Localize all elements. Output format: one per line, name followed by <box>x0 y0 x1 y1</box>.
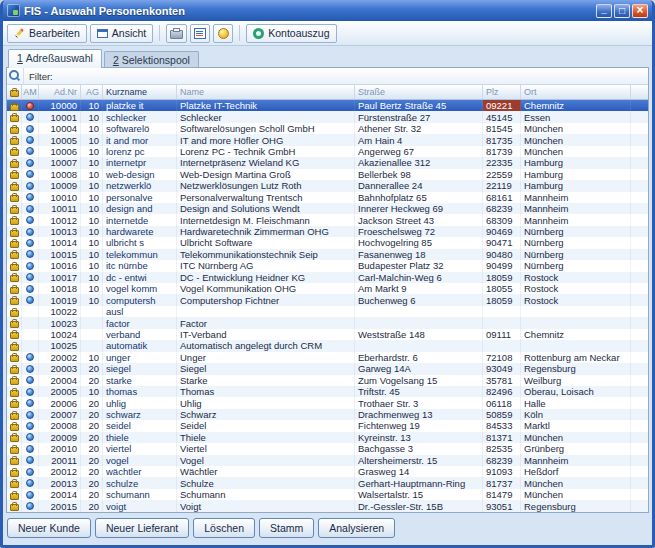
table-row[interactable]: 2000920thieleThieleKyreinstr. 1381371Mün… <box>7 432 648 443</box>
cell-am <box>22 500 39 511</box>
cell-ort: Grünberg <box>521 443 631 454</box>
table-row[interactable]: 1001910computershComputershop FichtnerBu… <box>7 294 648 305</box>
column-header-adnr[interactable]: Ad.Nr <box>39 85 81 99</box>
table-row[interactable]: 1000110schleckerSchleckerFürstenstraße 2… <box>7 111 648 122</box>
column-header-kurzname[interactable]: Kurzname <box>103 85 177 99</box>
cell-ort: Nürnberg <box>521 237 631 248</box>
table-row[interactable]: 2001120vogelVogelAltersheimerstr. 156823… <box>7 455 648 466</box>
new-customer-button[interactable]: Neuer Kunde <box>7 518 91 538</box>
cell-plz: 82496 <box>483 386 521 397</box>
column-header-strasse[interactable]: Straße <box>355 85 483 99</box>
master-data-button[interactable]: Stamm <box>259 518 314 538</box>
cell-name: Automatisch angelegt durch CRM <box>177 340 355 351</box>
tab-selektionspool[interactable]: 2 Selektionspool <box>104 51 199 67</box>
lock-icon <box>10 104 19 111</box>
cell-plz: 82535 <box>483 443 521 454</box>
cell-am <box>22 272 39 283</box>
cell-ort: Hamburg <box>521 157 631 168</box>
globe-icon <box>26 147 34 155</box>
lock-icon <box>10 378 19 385</box>
cell-ag: 10 <box>81 180 103 191</box>
table-row[interactable]: 1001810vogel kommVogel Kommunikation OHG… <box>7 283 648 294</box>
table-row[interactable]: 1000710internetprInternetpräsenz Wieland… <box>7 157 648 168</box>
cell-adnr: 20010 <box>39 443 81 454</box>
column-header-filler[interactable] <box>631 85 648 99</box>
table-row[interactable]: 10025automatikAutomatisch angelegt durch… <box>7 340 648 351</box>
table-row[interactable]: 1001410ulbricht sUlbricht SoftwareHochvo… <box>7 237 648 248</box>
kontoauszug-button[interactable]: Kontoauszug <box>246 24 336 43</box>
table-row[interactable]: 2000510thomasThomasTriftstr. 4582496Ober… <box>7 386 648 397</box>
cell-plz: 68239 <box>483 203 521 214</box>
table-row[interactable]: 10022ausl <box>7 306 648 317</box>
globe-icon <box>26 433 34 441</box>
minimize-button[interactable] <box>596 4 612 18</box>
table-row[interactable]: 1000810web-designWeb-Design Martina Groß… <box>7 169 648 180</box>
print-button[interactable] <box>166 24 187 43</box>
cell-kurzname: vogel <box>103 455 177 466</box>
globe-icon <box>26 365 34 373</box>
cell-ag: 10 <box>81 146 103 157</box>
delete-button[interactable]: Löschen <box>193 518 255 538</box>
column-header-am[interactable]: AM <box>22 85 39 99</box>
table-row[interactable]: 1000410softwarelöSoftwarelösungen Scholl… <box>7 123 648 134</box>
lock-icon <box>10 230 19 237</box>
table-row[interactable]: 1001610itc nürnbeITC Nürnberg AGBudapest… <box>7 260 648 271</box>
table-row[interactable]: 2000320siegelSiegelGarweg 14A93049Regens… <box>7 363 648 374</box>
ansicht-button[interactable]: Ansicht <box>90 24 153 43</box>
analyze-button[interactable]: Analysieren <box>318 518 395 538</box>
table-row[interactable]: 2001520voigtVoigtDr.-Gessler-Str. 15B930… <box>7 500 648 511</box>
table-row[interactable]: 2000420starkeStarkeZum Vogelsang 1535781… <box>7 375 648 386</box>
tab-adressauswahl[interactable]: 1 Adreßauswahl <box>8 49 102 68</box>
filter-button[interactable] <box>7 68 24 84</box>
globe-icon <box>26 296 34 304</box>
title-bar[interactable]: FIS - Auswahl Personenkonten <box>3 0 652 21</box>
table-row[interactable]: 1000610lorenz pcLorenz PC - Technik GmbH… <box>7 146 648 157</box>
new-supplier-button[interactable]: Neuer Lieferant <box>95 518 189 538</box>
column-header-plz[interactable]: Plz <box>483 85 521 99</box>
table-row[interactable]: 1001710dc - entwiDC - Entwicklung Heidne… <box>7 272 648 283</box>
cell-strasse: Trothaer Str. 3 <box>355 397 483 408</box>
table-row[interactable]: 1000010platzke itPlatzke IT-TechnikPaul … <box>7 100 648 111</box>
cell-ag: 20 <box>81 500 103 511</box>
cell-adnr: 10009 <box>39 180 81 191</box>
info-button[interactable] <box>213 24 233 43</box>
table-row[interactable]: 10023factorFactor <box>7 317 648 328</box>
table-row[interactable]: 2000210ungerUngerEberhardstr. 672108Rott… <box>7 352 648 363</box>
column-header-ag[interactable]: AG <box>81 85 103 99</box>
column-header-ort[interactable]: Ort <box>521 85 631 99</box>
table-row[interactable]: 2000720schwarzSchwarzDrachmenweg 1350859… <box>7 409 648 420</box>
cell-ort: Mannheim <box>521 192 631 203</box>
lock-icon <box>10 344 19 351</box>
table-row[interactable]: 1001110design andDesign and Solutions We… <box>7 203 648 214</box>
table-row[interactable]: 1001310hardwareteHardwaretechnik Zimmerm… <box>7 226 648 237</box>
table-row[interactable]: 2001420schumannSchumannWalsertalstr. 158… <box>7 489 648 500</box>
table-row[interactable]: 1001210internetdeInternetdesign M. Fleis… <box>7 214 648 225</box>
close-button[interactable] <box>632 4 648 18</box>
cell-strasse: Budapester Platz 32 <box>355 260 483 271</box>
cell-strasse <box>355 306 483 317</box>
table-row[interactable]: 2001220wächtlerWächtlerGrasweg 1491093He… <box>7 466 648 477</box>
table-row[interactable]: 10024verbandIT-VerbandWeststraße 1480911… <box>7 329 648 340</box>
cell-ag: 20 <box>81 363 103 374</box>
app-icon <box>7 4 20 17</box>
table-row[interactable]: 1001010personalvePersonalverwaltung Tren… <box>7 192 648 203</box>
cell-name: Thiele <box>177 432 355 443</box>
table-row[interactable]: 1001510telekommunTelekommunikationstechn… <box>7 249 648 260</box>
table-row[interactable]: 1000910netzwerklöNetzwerklösungen Lutz R… <box>7 180 648 191</box>
cell-filler <box>631 283 648 294</box>
cell-ort: Nürnberg <box>521 226 631 237</box>
table-row[interactable]: 1000510it and morIT and more Höfler OHGA… <box>7 134 648 145</box>
export-button[interactable] <box>190 24 210 43</box>
column-header-lock[interactable] <box>7 85 22 99</box>
table-row[interactable]: 2000820seidelSeidelFichtenweg 1984533Mar… <box>7 420 648 431</box>
table-row[interactable]: 2000620uhligUhligTrothaer Str. 306118Hal… <box>7 397 648 408</box>
maximize-button[interactable] <box>614 4 630 18</box>
cell-name: DC - Entwicklung Heidner KG <box>177 272 355 283</box>
cell-am <box>22 203 39 214</box>
table-row[interactable]: 2001320schulzeSchulzeGerhart-Hauptmann-R… <box>7 477 648 488</box>
cell-ag: 10 <box>81 352 103 363</box>
table-row[interactable]: 2001020viertelViertelBachgasse 382535Grü… <box>7 443 648 454</box>
column-header-name[interactable]: Name <box>177 85 355 99</box>
bearbeiten-button[interactable]: Bearbeiten <box>7 24 87 43</box>
cell-ag: 10 <box>81 249 103 260</box>
